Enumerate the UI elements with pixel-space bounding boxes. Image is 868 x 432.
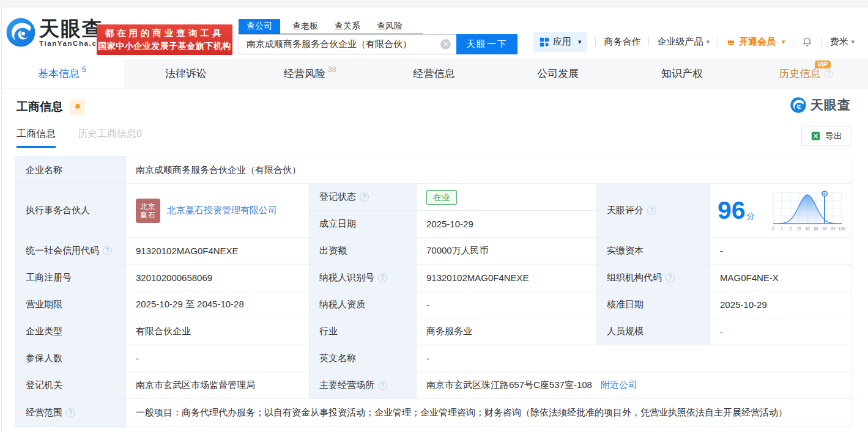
slogan-banner: 都在用的商业查询工具 国家中小企业发展子基金旗下机构 bbox=[97, 24, 232, 55]
search-box: ✕ 天眼一下 bbox=[239, 34, 517, 54]
subscribe-bell-button[interactable] bbox=[70, 100, 85, 115]
field-label: 主要经营场所? bbox=[310, 372, 417, 399]
bell-icon bbox=[73, 103, 82, 111]
field-label: 登记机关 bbox=[16, 372, 126, 399]
tab-operating-risk[interactable]: 经营风险 38 bbox=[248, 59, 372, 88]
svg-text:85: 85 bbox=[814, 227, 818, 231]
site-header: 天眼查 TianYanCha.com 都在用的商业查询工具 国家中小企业发展子基… bbox=[0, 7, 868, 59]
credit-code-value: 91320102MAG0F4NEXE bbox=[126, 238, 310, 265]
export-button[interactable]: 导出 bbox=[801, 126, 851, 146]
page: 天眼查 TianYanCha.com 都在用的商业查询工具 国家中小企业发展子基… bbox=[0, 0, 868, 432]
enterprise-label: 企业级产品 bbox=[657, 36, 703, 48]
nearby-companies-link[interactable]: 附近公司 bbox=[601, 379, 637, 390]
search-input[interactable] bbox=[239, 34, 456, 54]
section-title: 工商信息 bbox=[17, 99, 63, 115]
field-label: 经营范围? bbox=[16, 399, 126, 427]
vip-label: 开通会员 bbox=[739, 36, 776, 48]
help-icon[interactable]: ? bbox=[647, 206, 656, 215]
field-label: 企业名称 bbox=[16, 156, 126, 184]
search-tab-company[interactable]: 查公司 bbox=[239, 19, 280, 34]
tab-history-info[interactable]: 历史信息 VIP ? bbox=[744, 59, 868, 88]
field-label: 成立日期 bbox=[310, 211, 417, 238]
user-menu[interactable]: 费米 ▾ bbox=[829, 36, 855, 48]
reg-authority-value: 南京市玄武区市场监督管理局 bbox=[126, 372, 310, 399]
field-label: 纳税人识别号? bbox=[310, 265, 417, 291]
search-tab-boss[interactable]: 查老板 bbox=[292, 19, 318, 34]
tab-company-development[interactable]: 公司发展 bbox=[496, 59, 620, 88]
tianyancha-logo[interactable]: 天眼查 TianYanCha.com bbox=[6, 18, 109, 47]
tab-label: 经营信息 bbox=[414, 67, 455, 81]
svg-text:100: 100 bbox=[839, 227, 845, 231]
help-icon[interactable]: ? bbox=[360, 192, 369, 202]
help-icon[interactable]: ? bbox=[666, 273, 675, 282]
field-label: 统一社会信用代码? bbox=[16, 238, 126, 265]
field-label: 组织机构代码? bbox=[597, 265, 710, 291]
tianyancha-swirl-icon bbox=[790, 97, 806, 113]
score-value: 96 bbox=[718, 198, 746, 223]
table-row: 登记机关 南京市玄武区市场监督管理局 主要经营场所? 南京市玄武区珠江路657号… bbox=[16, 372, 852, 399]
table-row: 工商注册号 320102000658069 纳税人识别号? 91320102MA… bbox=[16, 265, 852, 291]
tab-label: 经营风险 bbox=[284, 67, 325, 81]
partner-logo-line2: 赢石 bbox=[140, 211, 156, 219]
field-label: 天眼评分? bbox=[597, 184, 710, 238]
help-icon[interactable]: ? bbox=[824, 69, 833, 78]
clear-search-icon[interactable]: ✕ bbox=[440, 39, 451, 49]
divider bbox=[793, 37, 793, 46]
svg-text:15: 15 bbox=[796, 227, 801, 231]
nav-enterprise-products[interactable]: 企业级产品 ▾ bbox=[657, 36, 710, 48]
tab-intellectual-property[interactable]: 知识产权 bbox=[620, 59, 744, 88]
svg-text:1: 1 bbox=[781, 227, 783, 231]
capital-value: 70000万人民币 bbox=[417, 238, 597, 265]
business-scope-value: 一般项目：商务代理代办服务；以自有资金从事投资活动；企业管理；企业管理咨询；财务… bbox=[126, 399, 852, 427]
notifications-button[interactable] bbox=[801, 36, 813, 48]
field-label: 营业期限 bbox=[16, 291, 126, 318]
field-label: 核准日期 bbox=[597, 291, 710, 318]
table-row: 企业类型 有限合伙企业 行业 商务服务业 人员规模 - bbox=[16, 318, 852, 345]
subtab-business-info[interactable]: 工商信息 bbox=[17, 128, 56, 148]
executive-partner-cell: 北京 赢石 北京赢石投资管理有限公司 bbox=[126, 184, 310, 238]
svg-text:0: 0 bbox=[772, 227, 774, 231]
partner-logo-badge[interactable]: 北京 赢石 bbox=[136, 199, 160, 223]
approval-date-value: 2025-10-29 bbox=[710, 291, 852, 318]
field-label: 工商注册号 bbox=[16, 265, 126, 291]
nav-cooperation[interactable]: 商务合作 bbox=[604, 36, 640, 48]
search-tab-risk[interactable]: 查风险 bbox=[377, 19, 402, 34]
apps-menu[interactable]: 应用 ▾ bbox=[533, 32, 588, 52]
insured-count-value: - bbox=[126, 345, 310, 372]
divider bbox=[595, 37, 596, 46]
help-icon[interactable]: ? bbox=[103, 246, 112, 255]
search-tab-relation[interactable]: 查关系 bbox=[335, 19, 360, 34]
status-badge: 在业 bbox=[426, 190, 457, 205]
staff-size-value: - bbox=[710, 318, 852, 345]
help-icon[interactable]: ? bbox=[378, 273, 387, 282]
chevron-down-icon: ▾ bbox=[782, 38, 785, 46]
username: 费米 bbox=[829, 36, 848, 48]
help-icon[interactable]: ? bbox=[66, 408, 75, 417]
tianyancha-swirl-icon bbox=[6, 18, 35, 47]
search-button[interactable]: 天眼一下 bbox=[456, 34, 517, 54]
search-area: 查公司 查老板 查关系 查风险 ✕ 天眼一下 bbox=[239, 19, 517, 54]
table-row: 参保人数 - 英文名称 - bbox=[16, 345, 852, 372]
tab-legal-proceedings[interactable]: 法律诉讼 bbox=[124, 59, 248, 88]
english-name-value: - bbox=[417, 345, 852, 372]
table-row: 执行事务合伙人 北京 赢石 北京赢石投资管理有限公司 登记状态? 在业 bbox=[16, 184, 852, 211]
nav-open-vip[interactable]: 开通会员 ▾ bbox=[726, 36, 785, 48]
tab-basic-info[interactable]: 基本信息 5 bbox=[0, 59, 124, 88]
establish-date-value: 2025-10-29 bbox=[417, 211, 597, 238]
page-edge-line bbox=[1, 7, 2, 432]
business-site-cell: 南京市玄武区珠江路657号C座537室-108 附近公司 bbox=[417, 372, 852, 399]
excel-icon bbox=[811, 131, 821, 141]
help-icon[interactable]: ? bbox=[378, 381, 387, 390]
tab-count: 38 bbox=[328, 65, 336, 74]
crown-icon bbox=[726, 37, 736, 47]
field-label: 出资额 bbox=[310, 238, 417, 265]
tab-operating-info[interactable]: 经营信息 bbox=[372, 59, 496, 88]
subtab-history-business-info[interactable]: 历史工商信息0 bbox=[78, 128, 142, 148]
partner-company-link[interactable]: 北京赢石投资管理有限公司 bbox=[167, 205, 277, 216]
browser-top-strip bbox=[0, 0, 868, 7]
table-row: 企业名称 南京成顺商务服务合伙企业（有限合伙） bbox=[16, 156, 852, 184]
field-label: 纳税人资质 bbox=[310, 291, 417, 318]
table-row: 统一社会信用代码? 91320102MAG0F4NEXE 出资额 70000万人… bbox=[16, 238, 852, 265]
field-label: 人员规模 bbox=[597, 318, 710, 345]
export-label: 导出 bbox=[825, 131, 842, 142]
